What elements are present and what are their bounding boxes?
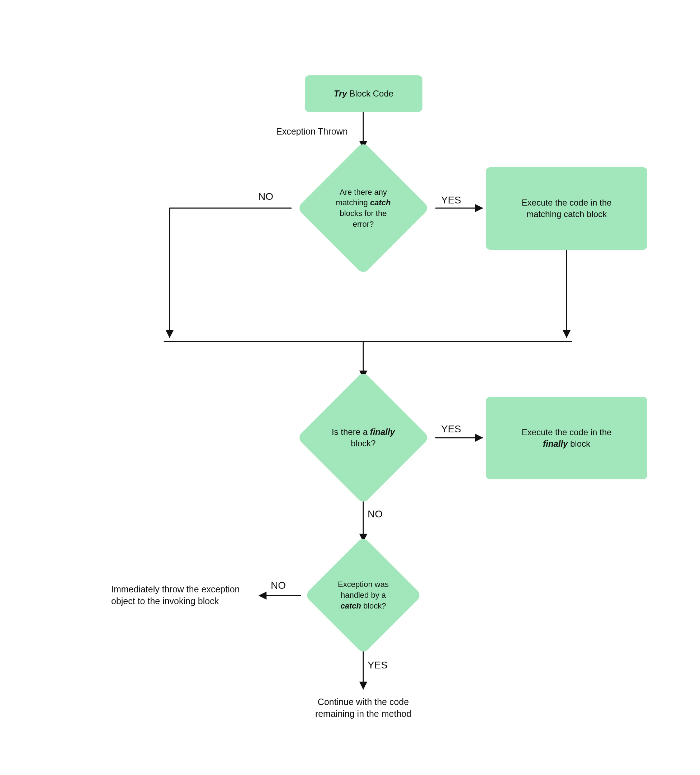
terminal-throw: Immediately throw the exception object t… (111, 584, 255, 607)
p2-l2: finally block (543, 438, 590, 449)
try-rest: Block Code (347, 89, 393, 98)
branch-d2-no: NO (368, 508, 383, 521)
branch-d3-yes: YES (368, 659, 388, 672)
node-exec-finally: Execute the code in the finally block (486, 397, 647, 479)
branch-d1-no: NO (258, 190, 273, 203)
flowchart-canvas: Try Block Code Exception Thrown Are ther… (0, 0, 700, 775)
p1-l2: matching catch block (526, 208, 607, 220)
try-keyword: Try (334, 89, 347, 98)
decision-finally: Is there a finally block? (292, 378, 435, 497)
branch-d2-yes: YES (441, 422, 461, 436)
cont-l1: Continue with the code (302, 696, 424, 708)
node-try-block-text: Try Block Code (334, 88, 393, 100)
d3-l3: catch block? (338, 600, 389, 611)
cont-l2: remaining in the method (302, 708, 424, 720)
decision-handled-text: Exception was handled by a catch block? (327, 579, 400, 611)
branch-d1-yes: YES (441, 194, 461, 207)
decision-matching-catch: Are there any matching catch blocks for … (292, 148, 435, 268)
p2-l1: Execute the code in the (522, 427, 612, 438)
d1-l1: Are there any (336, 187, 391, 198)
d3-l1: Exception was (338, 579, 389, 590)
d1-l2: matching catch (336, 197, 391, 208)
branch-d3-no: NO (271, 579, 286, 592)
decision-matching-catch-text: Are there any matching catch blocks for … (325, 187, 401, 230)
node-try-block: Try Block Code (305, 75, 423, 112)
d2-l2: block? (332, 438, 395, 449)
d1-l3: blocks for the (336, 208, 391, 219)
p1-l1: Execute the code in the (522, 197, 612, 208)
d2-l1: Is there a finally (332, 426, 395, 438)
decision-handled: Exception was handled by a catch block? (300, 542, 426, 649)
throw-l1: Immediately throw the exception (111, 584, 255, 595)
edge-label-exception-thrown: Exception Thrown (276, 126, 348, 137)
d3-l2: handled by a (338, 590, 389, 600)
node-exec-catch: Execute the code in the matching catch b… (486, 167, 647, 250)
decision-finally-text: Is there a finally block? (321, 426, 406, 449)
throw-l2: object to the invoking block (111, 595, 255, 607)
terminal-continue: Continue with the code remaining in the … (302, 696, 424, 719)
d1-l4: error? (336, 219, 391, 230)
